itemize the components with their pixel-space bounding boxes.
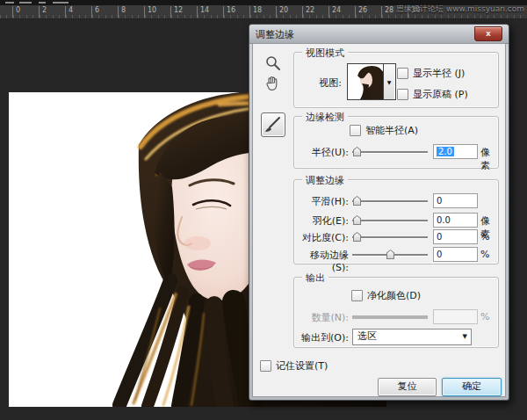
radius-unit: 像素 (480, 146, 493, 172)
watermark-site: 思缘设计论坛 (396, 4, 444, 13)
ruler-tick: 0 (12, 6, 20, 18)
ok-button-label: 确定 (462, 380, 481, 392)
adjust-edge-group: 调整边缘 平滑(H): 0 羽化(E): 0.0 像素 (293, 179, 499, 264)
amount-unit: % (480, 311, 489, 322)
ruler-tick: 14 (197, 6, 209, 18)
amount-input (433, 309, 478, 324)
ok-button[interactable]: 确定 (442, 378, 502, 396)
smooth-value: 0 (437, 196, 442, 206)
photoshop-workspace: 024681012141618202224262830 思缘设计论坛 www.m… (0, 0, 527, 420)
radius-input[interactable]: 2.0 (433, 144, 478, 159)
smooth-input[interactable]: 0 (433, 193, 478, 208)
output-to-label: 输出到(O): (294, 331, 349, 344)
view-mode-group: 视图模式 视图: ▼ 显示半径 (J) (293, 52, 499, 108)
decontaminate-option: 净化颜色(D) (351, 289, 421, 302)
contrast-slider[interactable] (352, 230, 428, 243)
show-radius-option: 显示半径 (J) (397, 67, 465, 80)
contrast-input[interactable]: 0 (433, 229, 478, 244)
contrast-slider-thumb[interactable] (353, 232, 361, 242)
close-icon: x (486, 29, 491, 38)
dialog-titlebar[interactable]: 调整边缘 x (249, 25, 509, 44)
view-thumbnail (348, 64, 383, 99)
view-label: 视图: (294, 76, 342, 90)
contrast-label: 对比度(C): (294, 231, 349, 244)
smart-radius-option: 智能半径(A) (350, 124, 418, 137)
remember-settings-label: 记住设置(T) (276, 359, 328, 373)
ruler-tick: 24 (328, 6, 341, 18)
ruler-tick: 4 (65, 6, 73, 18)
ruler-tick: 26 (355, 6, 367, 18)
output-group: 输出 净化颜色(D) 数量(N): % 输出到(O): 选区 ▼ (293, 277, 499, 348)
feather-input[interactable]: 0.0 (433, 213, 478, 228)
reset-button[interactable]: 复位 (378, 378, 437, 396)
feather-value: 0.0 (437, 215, 451, 225)
radius-slider[interactable] (352, 145, 428, 158)
zoom-tool-icon[interactable] (264, 54, 282, 72)
edge-detection-group: 边缘检测 智能半径(A) 半径(U): 2.0 像素 (293, 116, 499, 169)
radius-value: 2.0 (437, 147, 454, 156)
shift-edge-slider-thumb[interactable] (386, 250, 394, 259)
shift-edge-unit: % (480, 249, 489, 260)
refine-edge-dialog: 调整边缘 x 视图模式 视图: (249, 24, 509, 401)
ruler-tick: 28 (381, 6, 393, 18)
show-radius-label: 显示半径 (J) (413, 67, 465, 80)
radius-slider-thumb[interactable] (353, 147, 361, 156)
radius-label: 半径(U): (294, 146, 349, 159)
smart-radius-checkbox[interactable] (350, 125, 361, 136)
edge-detection-legend: 边缘检测 (302, 111, 348, 124)
smooth-slider[interactable] (352, 194, 428, 207)
shift-edge-slider[interactable] (352, 248, 428, 261)
shift-edge-value: 0 (437, 250, 442, 259)
dropdown-arrow-icon[interactable]: ▼ (463, 329, 467, 344)
feather-slider-thumb[interactable] (353, 215, 361, 225)
smooth-label: 平滑(H): (294, 195, 349, 208)
close-button[interactable]: x (474, 26, 502, 41)
contrast-value: 0 (437, 232, 442, 242)
shift-edge-input[interactable]: 0 (433, 247, 478, 262)
ruler-tick: 22 (302, 6, 314, 18)
show-radius-checkbox[interactable] (397, 68, 408, 79)
chevron-down-icon[interactable]: ▼ (383, 64, 394, 99)
view-thumbnail-dropdown[interactable]: ▼ (347, 63, 396, 100)
ruler-tick: 10 (144, 6, 156, 18)
decontaminate-colors-checkbox[interactable] (351, 290, 363, 301)
output-to-value: 选区 (357, 329, 377, 344)
ruler-tick: 12 (170, 6, 183, 18)
feather-label: 羽化(E): (294, 214, 349, 228)
decontaminate-label: 净化颜色(D) (367, 289, 421, 302)
show-original-label: 显示原稿 (P) (413, 88, 468, 101)
show-original-checkbox[interactable] (397, 89, 408, 100)
smart-radius-label: 智能半径(A) (365, 124, 418, 137)
contrast-unit: % (480, 231, 489, 243)
dialog-title: 调整边缘 (256, 28, 294, 41)
feather-slider[interactable] (352, 214, 428, 227)
amount-slider (352, 310, 428, 323)
view-mode-legend: 视图模式 (302, 47, 348, 60)
adjust-edge-legend: 调整边缘 (302, 174, 348, 187)
output-to-select[interactable]: 选区 ▼ (352, 329, 472, 345)
watermark-url: www.missyuan.com (446, 4, 524, 13)
show-original-option: 显示原稿 (P) (397, 88, 468, 101)
brush-icon (263, 113, 284, 134)
shift-edge-label: 移动边缘(S): (294, 249, 349, 273)
refine-radius-brush-button[interactable] (261, 112, 285, 137)
remember-settings-checkbox[interactable] (260, 360, 271, 372)
amount-label: 数量(N): (294, 311, 349, 324)
ruler-tick: 8 (118, 6, 126, 18)
smooth-slider-thumb[interactable] (353, 196, 361, 206)
watermark-text: 思缘设计论坛 www.missyuan.com (396, 4, 524, 15)
ruler-tick: 18 (249, 6, 262, 18)
ruler-tick: 16 (223, 6, 235, 18)
output-legend: 输出 (302, 272, 328, 285)
ruler-tick: 2 (39, 6, 47, 18)
remember-settings-option: 记住设置(T) (260, 359, 328, 373)
ruler-tick: 6 (91, 6, 99, 18)
reset-button-label: 复位 (398, 380, 417, 392)
hand-tool-icon[interactable] (264, 75, 281, 92)
ruler-tick: 20 (276, 6, 288, 18)
